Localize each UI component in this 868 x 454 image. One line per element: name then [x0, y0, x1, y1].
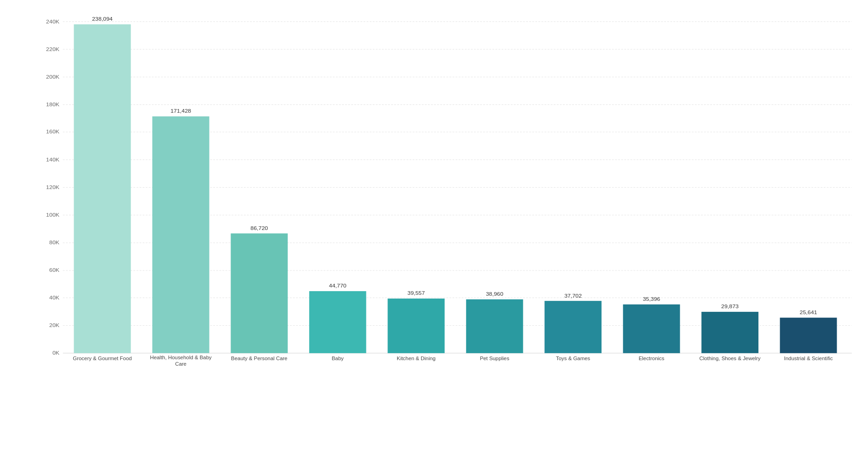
y-label-160k: 160K — [46, 129, 59, 134]
bar-label-health: 171,428 — [170, 108, 191, 114]
bar-grocery — [74, 24, 131, 353]
y-label-60k: 60K — [49, 267, 59, 273]
bar-label-kitchen: 39,557 — [407, 290, 425, 296]
bar-label-pet: 38,960 — [486, 291, 503, 297]
chart-container: 240K 220K 200K 180K 160K 140K 120K 100K … — [0, 0, 868, 454]
bar-health — [152, 116, 209, 353]
bar-label-clothing: 29,873 — [721, 304, 739, 309]
bar-baby — [309, 291, 366, 353]
bar-label-industrial: 25,641 — [800, 310, 817, 315]
y-label-240k: 240K — [46, 19, 59, 24]
bar-label-baby: 44,770 — [329, 283, 347, 288]
bar-clothing — [701, 312, 758, 353]
y-label-40k: 40K — [49, 294, 59, 300]
x-label-toys: Toys & Games — [556, 356, 590, 361]
y-label-100k: 100K — [46, 212, 59, 218]
x-label-clothing: Clothing, Shoes & Jewelry — [699, 356, 761, 361]
bar-label-grocery: 238,094 — [92, 16, 113, 22]
bar-beauty — [231, 233, 288, 353]
bar-industrial — [780, 318, 837, 353]
x-label-health-2: Care — [175, 362, 186, 367]
y-label-120k: 120K — [46, 184, 59, 190]
bar-electronics — [623, 305, 680, 353]
x-label-kitchen: Kitchen & Dining — [397, 356, 435, 361]
bar-label-beauty: 86,720 — [250, 225, 268, 230]
y-label-180k: 180K — [46, 102, 59, 107]
y-label-80k: 80K — [49, 240, 59, 245]
x-label-beauty: Beauty & Personal Care — [231, 356, 287, 361]
y-label-200k: 200K — [46, 74, 59, 79]
bar-label-electronics: 35,396 — [643, 296, 660, 302]
y-label-220k: 220K — [46, 46, 59, 52]
bar-label-toys: 37,702 — [564, 293, 582, 298]
y-label-20k: 20K — [49, 322, 59, 328]
x-label-grocery: Grocery & Gourmet Food — [73, 356, 132, 361]
bar-kitchen — [388, 299, 445, 353]
bar-toys — [544, 301, 602, 353]
x-label-health-1: Health, Household & Baby — [150, 355, 212, 360]
bar-chart: 240K 220K 200K 180K 160K 140K 120K 100K … — [32, 14, 859, 399]
x-label-industrial: Industrial & Scientific — [784, 356, 833, 361]
x-label-baby: Baby — [332, 356, 344, 361]
y-label-0k: 0K — [52, 350, 59, 356]
y-label-140k: 140K — [46, 156, 59, 162]
bar-pet — [466, 299, 523, 353]
x-label-electronics: Electronics — [639, 356, 665, 361]
x-label-pet: Pet Supplies — [480, 356, 510, 361]
